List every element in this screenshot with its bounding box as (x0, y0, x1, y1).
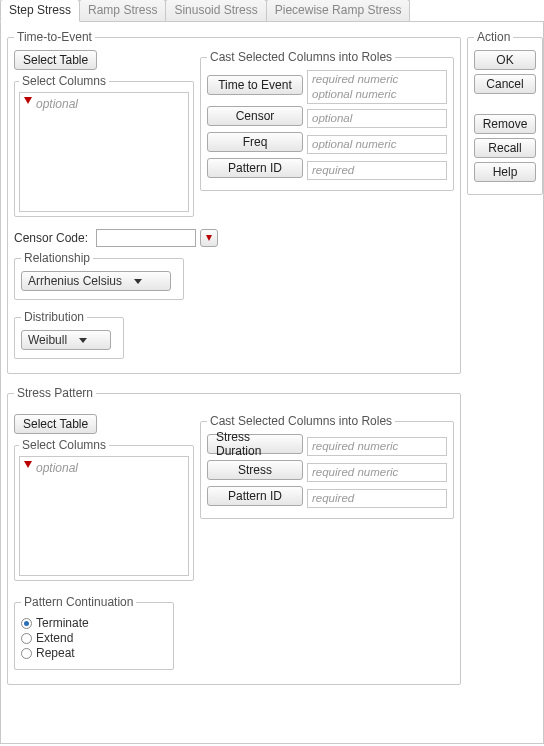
radio-extend[interactable]: Extend (21, 631, 167, 645)
censor-slot[interactable]: optional (307, 109, 447, 128)
stress-duration-slot[interactable]: required numeric (307, 437, 447, 456)
distribution-group: Distribution Weibull (14, 310, 124, 359)
select-columns-list-sp[interactable]: optional (19, 456, 189, 576)
select-columns-legend-sp: Select Columns (19, 438, 109, 452)
roles-legend-tte: Cast Selected Columns into Roles (207, 50, 395, 64)
radio-icon (21, 618, 32, 629)
relationship-legend: Relationship (21, 251, 93, 265)
radio-extend-label: Extend (36, 631, 73, 645)
tab-ramp-stress[interactable]: Ramp Stress (79, 0, 166, 21)
pattern-id-slot-tte[interactable]: required (307, 161, 447, 180)
radio-repeat[interactable]: Repeat (21, 646, 167, 660)
chevron-down-icon (134, 279, 142, 284)
remove-button[interactable]: Remove (474, 114, 536, 134)
stress-button[interactable]: Stress (207, 460, 303, 480)
radio-icon (21, 648, 32, 659)
distribution-value: Weibull (28, 333, 67, 347)
relationship-dropdown[interactable]: Arrhenius Celsius (21, 271, 171, 291)
censor-code-dropdown-button[interactable] (200, 229, 218, 247)
time-to-event-slot[interactable]: required numeric optional numeric (307, 70, 447, 104)
select-table-button-sp[interactable]: Select Table (14, 414, 97, 434)
roles-legend-sp: Cast Selected Columns into Roles (207, 414, 395, 428)
freq-slot[interactable]: optional numeric (307, 135, 447, 154)
pattern-id-slot-sp[interactable]: required (307, 489, 447, 508)
red-triangle-icon (206, 235, 212, 241)
pattern-id-button-tte[interactable]: Pattern ID (207, 158, 303, 178)
select-columns-group-sp: Select Columns optional (14, 438, 194, 581)
pattern-continuation-legend: Pattern Continuation (21, 595, 136, 609)
roles-group-tte: Cast Selected Columns into Roles Time to… (200, 50, 454, 191)
relationship-value: Arrhenius Celsius (28, 274, 122, 288)
radio-icon (21, 633, 32, 644)
censor-code-input[interactable] (96, 229, 196, 247)
select-columns-list-tte[interactable]: optional (19, 92, 189, 212)
page-body: Time-to-Event Select Table Select Column… (0, 22, 544, 744)
tab-piecewise-ramp-stress[interactable]: Piecewise Ramp Stress (266, 0, 411, 21)
tab-strip: Step Stress Ramp Stress Sinusoid Stress … (0, 0, 544, 22)
pattern-continuation-group: Pattern Continuation Terminate Extend Re… (14, 595, 174, 670)
time-to-event-group: Time-to-Event Select Table Select Column… (7, 30, 461, 374)
radio-repeat-label: Repeat (36, 646, 75, 660)
relationship-group: Relationship Arrhenius Celsius (14, 251, 184, 300)
censor-button[interactable]: Censor (207, 106, 303, 126)
recall-button[interactable]: Recall (474, 138, 536, 158)
select-columns-placeholder-tte: optional (36, 97, 78, 207)
censor-code-label: Censor Code: (14, 231, 88, 245)
tab-sinusoid-stress[interactable]: Sinusoid Stress (165, 0, 266, 21)
action-group: Action OK Cancel Remove Recall Help (467, 30, 543, 195)
select-table-button-tte[interactable]: Select Table (14, 50, 97, 70)
tab-step-stress[interactable]: Step Stress (0, 0, 80, 22)
red-triangle-icon[interactable] (24, 461, 32, 468)
time-to-event-legend: Time-to-Event (14, 30, 95, 44)
ok-button[interactable]: OK (474, 50, 536, 70)
freq-button[interactable]: Freq (207, 132, 303, 152)
chevron-down-icon (79, 338, 87, 343)
stress-pattern-group: Stress Pattern Select Table Select Colum… (7, 386, 461, 685)
radio-terminate[interactable]: Terminate (21, 616, 167, 630)
red-triangle-icon[interactable] (24, 97, 32, 104)
select-columns-placeholder-sp: optional (36, 461, 78, 571)
action-legend: Action (474, 30, 513, 44)
distribution-dropdown[interactable]: Weibull (21, 330, 111, 350)
stress-duration-button[interactable]: Stress Duration (207, 434, 303, 454)
select-columns-legend-tte: Select Columns (19, 74, 109, 88)
stress-pattern-legend: Stress Pattern (14, 386, 96, 400)
select-columns-group-tte: Select Columns optional (14, 74, 194, 217)
distribution-legend: Distribution (21, 310, 87, 324)
stress-slot[interactable]: required numeric (307, 463, 447, 482)
roles-group-sp: Cast Selected Columns into Roles Stress … (200, 414, 454, 519)
radio-terminate-label: Terminate (36, 616, 89, 630)
help-button[interactable]: Help (474, 162, 536, 182)
time-to-event-button[interactable]: Time to Event (207, 75, 303, 95)
cancel-button[interactable]: Cancel (474, 74, 536, 94)
pattern-id-button-sp[interactable]: Pattern ID (207, 486, 303, 506)
